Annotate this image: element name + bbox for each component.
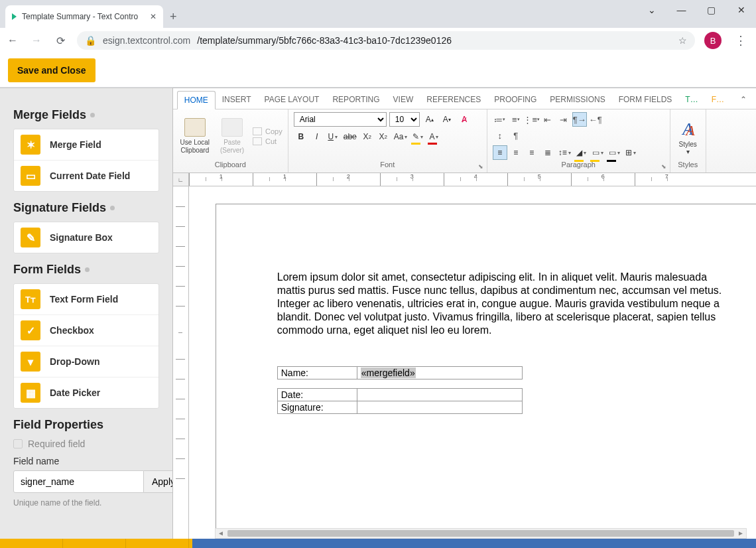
browser-tab[interactable]: Template Summary - Text Contro ✕ xyxy=(5,5,163,28)
field-name-input[interactable] xyxy=(13,470,144,493)
justify-button[interactable]: ≣ xyxy=(540,145,555,160)
change-case-button[interactable]: Aa▾ xyxy=(392,129,410,144)
subscript-button[interactable]: X2 xyxy=(360,129,375,144)
tab-references[interactable]: REFERENCES xyxy=(420,91,487,109)
page-color-button[interactable]: ▭▾ xyxy=(590,145,605,160)
vertical-ruler[interactable] xyxy=(173,186,189,539)
font-family-select[interactable]: Arial xyxy=(294,112,387,127)
signature-value-cell[interactable] xyxy=(357,401,522,414)
decrease-indent-button[interactable]: ⇤ xyxy=(540,112,555,127)
multilevel-list-button[interactable]: ⋮≡▾ xyxy=(525,112,539,127)
italic-button[interactable]: I xyxy=(310,129,324,144)
tab-permissions[interactable]: PERMISSIONS xyxy=(543,91,611,109)
url-bar[interactable]: 🔒 esign.textcontrol.com/template/summary… xyxy=(77,31,695,50)
save-and-close-button[interactable]: Save and Close xyxy=(8,58,95,82)
mergefield-token[interactable]: «mergefield» xyxy=(361,368,416,378)
borders-button[interactable]: ⊞▾ xyxy=(623,145,638,160)
horizontal-scrollbar[interactable]: ◄ ► xyxy=(215,528,747,539)
align-right-button[interactable]: ≡ xyxy=(525,145,539,160)
align-left-button[interactable]: ≡ xyxy=(493,145,507,160)
date-icon: ▦ xyxy=(21,383,40,403)
font-dialog-launcher-icon[interactable]: ⬊ xyxy=(477,163,485,171)
signature-label-cell[interactable]: Signature: xyxy=(277,401,357,414)
collapse-ribbon-icon[interactable]: ⌃ xyxy=(731,91,756,109)
underline-button[interactable]: U▾ xyxy=(326,129,340,144)
tab-truncated-2[interactable]: F… xyxy=(705,91,731,109)
numbering-button[interactable]: ≡▾ xyxy=(509,112,523,127)
field-name-label: Field name xyxy=(13,456,159,466)
bold-button[interactable]: B xyxy=(294,129,308,144)
paragraph-dialog-launcher-icon[interactable]: ⬊ xyxy=(660,163,668,171)
current-date-field-item[interactable]: ▭ Current Date Field xyxy=(14,160,158,191)
nav-forward-icon[interactable]: → xyxy=(29,34,44,46)
tab-insert[interactable]: INSERT xyxy=(216,91,258,109)
font-size-select[interactable]: 10 xyxy=(389,112,420,127)
apply-button[interactable]: Apply xyxy=(144,470,172,493)
line-spacing-button[interactable]: ↕≡▾ xyxy=(556,145,573,160)
scroll-thumb[interactable] xyxy=(227,530,734,537)
tab-proofing[interactable]: PROOFING xyxy=(487,91,543,109)
browser-menu-icon[interactable]: ⋮ xyxy=(731,33,751,48)
window-maximize-icon[interactable]: ▢ xyxy=(696,0,726,20)
text-form-field-item[interactable]: Tᴛ Text Form Field xyxy=(14,284,158,314)
increase-indent-button[interactable]: ⇥ xyxy=(556,112,571,127)
use-local-clipboard-button[interactable]: Use Local Clipboard xyxy=(178,118,212,155)
grow-font-button[interactable]: A▴ xyxy=(422,112,437,127)
tab-page-layout[interactable]: PAGE LAYOUT xyxy=(258,91,326,109)
tab-home[interactable]: HOME xyxy=(177,91,216,109)
horizontal-ruler[interactable]: ∟ 1 1 2 3 4 5 6 7 xyxy=(173,173,756,186)
highlight-button[interactable]: ✎▾ xyxy=(410,129,425,144)
name-label-cell[interactable]: Name: xyxy=(277,367,357,379)
new-tab-button[interactable]: + xyxy=(170,10,177,24)
name-value-cell[interactable]: «mergefield» xyxy=(357,367,522,379)
show-marks-button[interactable]: ¶ xyxy=(509,128,523,143)
avatar[interactable]: B xyxy=(704,32,722,49)
font-color-button[interactable]: A▾ xyxy=(426,129,441,144)
document-page[interactable]: Lorem ipsum dolor sit amet, consectetur … xyxy=(216,204,756,539)
page-canvas[interactable]: Lorem ipsum dolor sit amet, consectetur … xyxy=(189,186,756,539)
document-body-text[interactable]: Lorem ipsum dolor sit amet, consectetur … xyxy=(277,271,723,337)
shrink-font-button[interactable]: A▾ xyxy=(440,112,454,127)
window-caret-icon[interactable]: ⌄ xyxy=(637,0,666,20)
signature-box-item[interactable]: ✎ Signature Box xyxy=(14,222,158,253)
scroll-right-icon[interactable]: ► xyxy=(735,529,746,538)
ltr-direction-button[interactable]: ¶→ xyxy=(572,112,587,127)
superscript-button[interactable]: X2 xyxy=(376,129,391,144)
tab-reporting[interactable]: REPORTING xyxy=(326,91,386,109)
tab-form-fields[interactable]: FORM FIELDS xyxy=(612,91,679,109)
tab-view[interactable]: VIEW xyxy=(387,91,420,109)
tab-truncated-1[interactable]: T… xyxy=(678,91,704,109)
nav-reload-icon[interactable]: ⟳ xyxy=(53,34,68,47)
paste-server-button[interactable]: Paste (Server) xyxy=(216,118,249,155)
strikethrough-button[interactable]: abe xyxy=(342,129,359,144)
drop-down-item[interactable]: ▾ Drop-Down xyxy=(14,346,158,377)
sort-button[interactable]: ↕ xyxy=(493,128,507,143)
document-table[interactable]: Name: «mergefield» Date: Signature: xyxy=(277,366,523,414)
calendar-icon: ▭ xyxy=(21,166,40,186)
shading-button[interactable]: ◢▾ xyxy=(574,145,589,160)
window-close-icon[interactable]: ✕ xyxy=(726,0,756,20)
clear-formatting-button[interactable]: A̷ xyxy=(457,112,472,127)
date-value-cell[interactable] xyxy=(357,389,522,401)
align-center-button[interactable]: ≡ xyxy=(509,145,523,160)
scroll-left-icon[interactable]: ◄ xyxy=(216,529,226,538)
required-field-checkbox[interactable]: Required field xyxy=(13,439,159,449)
rtl-direction-button[interactable]: ←¶ xyxy=(588,112,603,127)
border-color-button[interactable]: ▭▾ xyxy=(607,145,622,160)
bullets-button[interactable]: ≔▾ xyxy=(493,112,507,127)
date-picker-item[interactable]: ▦ Date Picker xyxy=(14,377,158,408)
clipboard-icon xyxy=(184,118,206,137)
checkbox-item[interactable]: ✓ Checkbox xyxy=(14,314,158,346)
styles-button[interactable]: A Styles▾ xyxy=(676,118,699,155)
cut-button[interactable]: Cut xyxy=(253,137,283,145)
checkbox-icon[interactable] xyxy=(13,439,23,448)
nav-back-icon[interactable]: ← xyxy=(5,34,20,46)
bookmark-star-icon[interactable]: ☆ xyxy=(678,35,687,46)
url-path: /template/summary/5bfc766c-83a3-41c3-ba1… xyxy=(197,35,452,46)
window-minimize-icon[interactable]: — xyxy=(666,0,696,20)
date-label-cell[interactable]: Date: xyxy=(277,389,357,401)
copy-button[interactable]: Copy xyxy=(253,127,283,135)
merge-field-item[interactable]: ✶ Merge Field xyxy=(14,129,158,160)
ruler-tab-selector-icon[interactable]: ∟ xyxy=(173,173,189,186)
tab-close-icon[interactable]: ✕ xyxy=(150,12,157,21)
